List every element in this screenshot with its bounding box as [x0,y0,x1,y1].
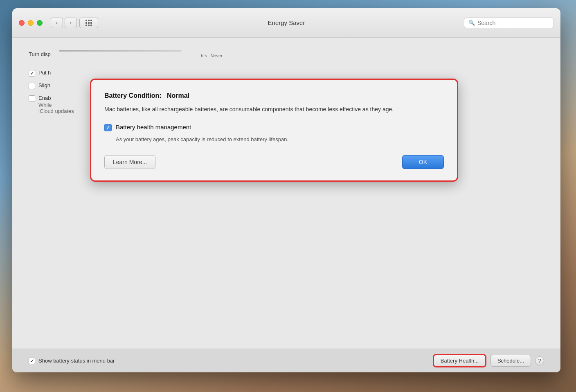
search-icon: 🔍 [468,20,475,26]
put-hard-disks-label: Put h [38,70,51,76]
put-hard-disks-row: Put h [29,70,544,77]
close-button[interactable] [19,20,25,26]
condition-value: Normal [167,92,189,99]
search-input[interactable] [477,20,549,26]
slider-labels: hrs Never [59,53,223,58]
battery-health-dialog: Battery Condition: Normal Mac batteries,… [90,79,458,182]
put-hard-disks-checkbox[interactable] [29,70,35,77]
traffic-lights [19,20,43,26]
slightly-dim-label: Sligh [38,82,50,88]
battery-health-btn-wrapper: Battery Health... [433,354,486,367]
minimize-button[interactable] [28,20,34,26]
help-button[interactable]: ? [535,356,544,365]
dialog-buttons: Learn More... OK [104,155,444,169]
grid-icon [86,20,92,26]
show-battery-row: Show battery status in menu bar [29,357,115,364]
battery-health-mgmt-label: Battery health management [116,124,191,131]
battery-condition-title: Battery Condition: Normal [104,92,444,99]
show-battery-checkbox[interactable] [29,358,35,364]
nav-buttons: ‹ › [51,18,77,28]
enable-label: Enab [38,95,51,101]
window-title: Energy Saver [268,19,305,26]
battery-description: Mac batteries, like all rechargeable bat… [104,105,444,114]
footer-buttons: Battery Health... Schedule... ? [433,354,544,367]
slightly-dim-checkbox[interactable] [29,83,35,89]
forward-icon: › [70,20,72,26]
icloud-label: iCloud updates [38,108,74,114]
help-icon: ? [538,358,541,364]
display-slider[interactable] [59,50,182,52]
ok-button[interactable]: OK [402,155,444,169]
turn-display-row: Turn disp hrs Never [29,50,544,58]
back-button[interactable]: ‹ [51,18,63,28]
turn-display-label: Turn disp [29,51,51,57]
search-box[interactable]: 🔍 [464,18,554,28]
forward-button[interactable]: › [65,18,77,28]
content-area: Turn disp hrs Never Put h Sligh [12,38,560,372]
titlebar: ‹ › Energy Saver 🔍 [12,8,560,38]
learn-more-button[interactable]: Learn More... [104,155,155,169]
back-icon: ‹ [56,20,58,26]
battery-health-mgmt-description: As your battery ages, peak capacity is r… [116,135,444,144]
while-label: While [38,102,52,108]
enable-checkbox[interactable] [29,95,35,102]
schedule-button[interactable]: Schedule... [491,355,531,367]
battery-health-mgmt-checkbox[interactable] [104,124,112,131]
system-preferences-window: ‹ › Energy Saver 🔍 Turn disp [12,8,560,372]
condition-label: Battery Condition: [104,92,162,99]
battery-health-button[interactable]: Battery Health... [433,354,486,367]
footer-bar: Show battery status in menu bar Battery … [12,349,560,372]
battery-health-management-row: Battery health management [104,124,444,131]
show-battery-label: Show battery status in menu bar [38,358,115,364]
maximize-button[interactable] [37,20,43,26]
slider-hrs-label: hrs [201,53,207,58]
grid-view-button[interactable] [79,18,98,28]
slider-never-label: Never [210,53,222,58]
